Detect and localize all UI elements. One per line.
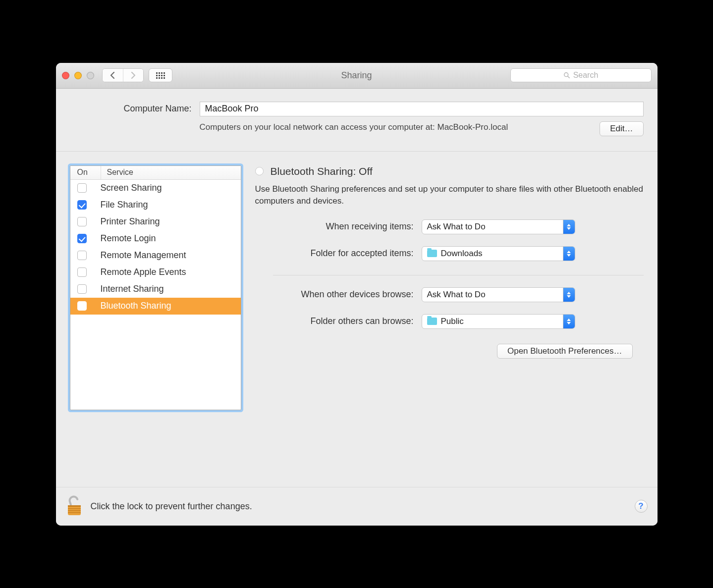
browse-folder-label: Folder others can browse: <box>255 316 422 326</box>
zoom-window-button <box>87 72 94 79</box>
service-checkbox[interactable] <box>77 200 87 210</box>
popup-arrows-icon <box>563 247 575 261</box>
service-checkbox[interactable] <box>77 267 87 277</box>
service-name: Remote Login <box>101 233 156 244</box>
service-name: File Sharing <box>101 200 148 210</box>
forward-button <box>123 69 143 82</box>
service-checkbox[interactable] <box>77 284 87 294</box>
service-detail: Bluetooth Sharing: Off Use Bluetooth Sha… <box>255 165 644 477</box>
receiving-items-label: When receiving items: <box>255 221 422 232</box>
service-name: Screen Sharing <box>101 183 162 193</box>
computer-name-description: Computers on your local network can acce… <box>200 121 590 136</box>
receiving-items-popup[interactable]: Ask What to Do <box>422 219 575 234</box>
column-header-on[interactable]: On <box>70 166 101 179</box>
folder-icon <box>427 318 437 325</box>
status-indicator-off <box>255 167 264 175</box>
show-all-button[interactable] <box>149 68 172 82</box>
service-row[interactable]: Remote Management <box>70 247 241 264</box>
service-row[interactable]: Remote Apple Events <box>70 264 241 281</box>
search-field[interactable]: Search <box>510 68 652 82</box>
nav-buttons <box>102 68 144 82</box>
popup-arrows-icon <box>563 315 575 328</box>
service-row[interactable]: File Sharing <box>70 197 241 214</box>
detail-heading: Bluetooth Sharing: Off <box>271 165 373 177</box>
browse-action-value: Ask What to Do <box>427 290 486 300</box>
search-icon <box>563 72 570 79</box>
svg-line-1 <box>568 76 569 78</box>
traffic-lights <box>62 72 94 79</box>
services-list-header: On Service <box>70 166 241 180</box>
service-name: Remote Apple Events <box>101 267 186 277</box>
column-header-service[interactable]: Service <box>101 166 241 179</box>
service-row[interactable]: Bluetooth Sharing <box>70 298 241 315</box>
footer: Click the lock to prevent further change… <box>56 487 658 526</box>
unlocked-lock-icon[interactable] <box>66 495 83 517</box>
service-checkbox[interactable] <box>77 301 87 311</box>
grid-icon <box>156 72 165 79</box>
service-name: Printer Sharing <box>101 216 160 227</box>
receiving-items-value: Ask What to Do <box>427 222 486 232</box>
browse-action-popup[interactable]: Ask What to Do <box>422 287 575 302</box>
computer-name-label: Computer Name: <box>70 104 200 114</box>
svg-rect-4 <box>68 508 81 509</box>
computer-name-section: Computer Name: Computers on your local n… <box>56 89 658 152</box>
back-button[interactable] <box>103 69 123 82</box>
service-checkbox[interactable] <box>77 217 87 226</box>
help-button[interactable]: ? <box>635 500 648 513</box>
separator <box>273 275 644 275</box>
service-row[interactable]: Printer Sharing <box>70 214 241 230</box>
popup-arrows-icon <box>563 288 575 302</box>
accepted-folder-label: Folder for accepted items: <box>255 248 422 259</box>
browse-folder-popup[interactable]: Public <box>422 314 575 329</box>
service-row[interactable]: Remote Login <box>70 230 241 247</box>
folder-icon <box>427 250 437 257</box>
popup-arrows-icon <box>563 220 575 234</box>
accepted-folder-popup[interactable]: Downloads <box>422 246 575 261</box>
chevron-right-icon <box>130 72 136 79</box>
lock-message: Click the lock to prevent further change… <box>91 501 252 512</box>
service-name: Internet Sharing <box>101 284 164 294</box>
service-name: Bluetooth Sharing <box>101 301 171 311</box>
open-bluetooth-prefs-button[interactable]: Open Bluetooth Preferences… <box>497 344 633 359</box>
search-placeholder: Search <box>573 71 599 80</box>
services-list[interactable]: On Service Screen SharingFile SharingPri… <box>70 165 241 410</box>
svg-rect-3 <box>68 505 81 507</box>
service-name: Remote Management <box>101 250 186 261</box>
service-row[interactable]: Internet Sharing <box>70 281 241 298</box>
svg-rect-6 <box>68 512 81 513</box>
service-checkbox[interactable] <box>77 183 87 193</box>
browse-folder-value: Public <box>441 317 464 326</box>
main-section: On Service Screen SharingFile SharingPri… <box>56 152 658 487</box>
close-window-button[interactable] <box>62 72 69 79</box>
svg-rect-5 <box>68 510 81 511</box>
browse-label: When other devices browse: <box>255 289 422 300</box>
computer-name-input[interactable] <box>200 102 644 116</box>
detail-description: Use Bluetooth Sharing preferences and se… <box>255 183 644 208</box>
accepted-folder-value: Downloads <box>441 249 483 259</box>
service-checkbox[interactable] <box>77 251 87 260</box>
preferences-window: Sharing Search Computer Name: Computers … <box>56 63 658 526</box>
service-row[interactable]: Screen Sharing <box>70 180 241 197</box>
service-checkbox[interactable] <box>77 234 87 243</box>
chevron-left-icon <box>110 72 115 79</box>
titlebar: Sharing Search <box>56 63 658 89</box>
minimize-window-button[interactable] <box>74 72 82 79</box>
edit-hostname-button[interactable]: Edit… <box>600 121 643 136</box>
